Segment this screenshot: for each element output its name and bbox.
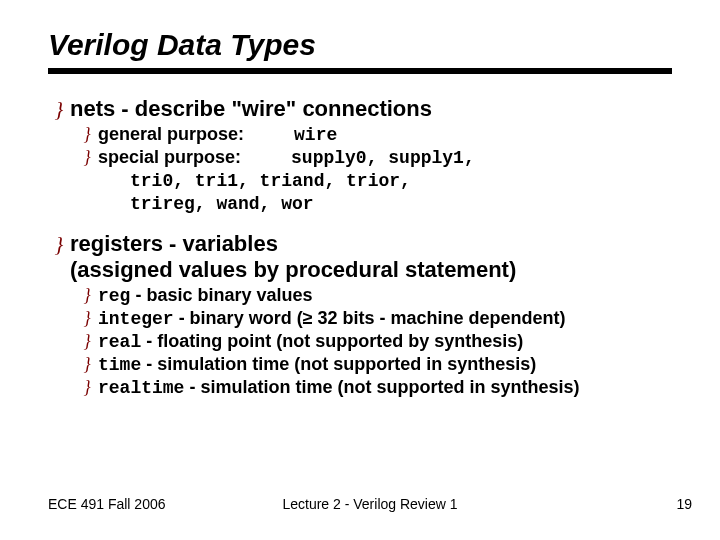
bullet-icon: } [76,377,98,398]
bullet-icon: } [76,331,98,352]
bullet-real: } real - floating point (not supported b… [48,331,672,352]
special-types-line1: tri0, tri1, triand, trior, [48,170,672,193]
slide-content: Verilog Data Types } nets - describe "wi… [0,0,720,398]
real-desc: - floating point (not supported by synth… [141,331,523,351]
title-underline [48,68,672,74]
time-kw: time [98,355,141,375]
special-types-line2: trireg, wand, wor [48,193,672,216]
footer-center: Lecture 2 - Verilog Review 1 [209,496,531,512]
real-kw: real [98,332,141,352]
realtime-text: realtime - simulation time (not supporte… [98,377,672,398]
bullet-reg: } reg - basic binary values [48,285,672,306]
bullet-icon: } [48,231,70,283]
real-text: real - floating point (not supported by … [98,331,672,352]
slide-title: Verilog Data Types [48,28,672,62]
bullet-icon: } [76,124,98,145]
section-nets: } nets - describe "wire" connections } g… [48,96,672,217]
special-label: special purpose: [98,147,241,167]
nets-heading-text: nets - describe "wire" connections [70,96,672,122]
bullet-icon: } [48,96,70,122]
integer-desc: - binary word (≥ 32 bits - machine depen… [174,308,566,328]
general-label: general purpose: [98,124,244,144]
time-desc: - simulation time (not supported in synt… [141,354,536,374]
bullet-icon: } [76,285,98,306]
bullet-icon: } [76,147,98,168]
reg-text: reg - basic binary values [98,285,672,306]
integer-kw: integer [98,309,174,329]
bullet-icon: } [76,354,98,375]
bullet-icon: } [76,308,98,329]
bullet-integer: } integer - binary word (≥ 32 bits - mac… [48,308,672,329]
special-purpose-text: special purpose: supply0, supply1, [98,147,672,168]
bullet-special-purpose: } special purpose: supply0, supply1, [48,147,672,168]
realtime-kw: realtime [98,378,184,398]
general-purpose-text: general purpose: wire [98,124,672,145]
bullet-time: } time - simulation time (not supported … [48,354,672,375]
bullet-general-purpose: } general purpose: wire [48,124,672,145]
reg-kw: reg [98,286,130,306]
integer-text: integer - binary word (≥ 32 bits - machi… [98,308,672,329]
special-types-line0: supply0, supply1, [291,148,475,168]
section-registers: } registers - variables (assigned values… [48,231,672,398]
footer-pagenum: 19 [531,496,692,512]
bullet-registers-heading: } registers - variables (assigned values… [48,231,672,283]
bullet-nets-heading: } nets - describe "wire" connections [48,96,672,122]
slide-footer: ECE 491 Fall 2006 Lecture 2 - Verilog Re… [48,496,692,512]
reg-desc: - basic binary values [130,285,312,305]
time-text: time - simulation time (not supported in… [98,354,672,375]
realtime-desc: - simulation time (not supported in synt… [184,377,579,397]
footer-left: ECE 491 Fall 2006 [48,496,209,512]
bullet-realtime: } realtime - simulation time (not suppor… [48,377,672,398]
registers-heading-text: registers - variables (assigned values b… [70,231,672,283]
general-types: wire [294,125,337,145]
